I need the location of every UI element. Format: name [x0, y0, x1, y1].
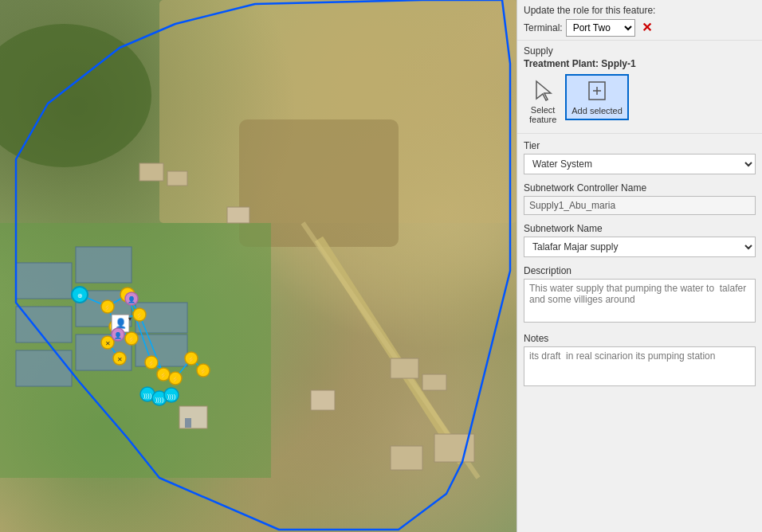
svg-rect-22	[227, 207, 249, 223]
tier-group: Tier Water SystemDistributionTransmissio…	[524, 140, 756, 174]
terminal-label: Terminal:	[524, 22, 563, 33]
svg-text:)))): ))))	[155, 396, 164, 403]
update-role-text: Update the role for this feature:	[524, 5, 756, 16]
svg-rect-21	[167, 171, 187, 186]
form-area: Tier Water SystemDistributionTransmissio…	[517, 134, 762, 532]
svg-text:👤: 👤	[128, 295, 136, 303]
svg-rect-9	[16, 350, 72, 386]
subnetwork-controller-input[interactable]	[524, 196, 756, 215]
subnetwork-controller-group: Subnetwork Controller Name	[524, 182, 756, 215]
svg-text:▾: ▾	[128, 315, 132, 323]
map-overlay: ⊕ ⚡ ⚡ ⚡ ⚡ ⚡ ✕ ✕ ⚡ ⚡ ⚡ )))) )))) )))) ⚡ ⚡	[0, 0, 517, 532]
svg-text:✕: ✕	[105, 340, 111, 347]
select-feature-icon	[530, 78, 556, 104]
tier-label: Tier	[524, 140, 756, 151]
notes-label: Notes	[524, 333, 756, 344]
svg-text:👤: 👤	[115, 317, 127, 329]
supply-label: Supply	[524, 45, 756, 57]
svg-text:👤: 👤	[114, 331, 122, 339]
svg-rect-19	[311, 390, 335, 410]
notes-textarea[interactable]	[524, 346, 756, 386]
feature-section: Supply Treatment Plant: Spply-1 Selectfe…	[517, 41, 762, 134]
close-button[interactable]: ✕	[638, 22, 655, 34]
add-selected-icon	[584, 79, 610, 104]
subnetwork-name-select[interactable]: Talafar Majar supplyOther supply	[524, 237, 756, 257]
svg-text:⚡: ⚡	[104, 303, 112, 311]
svg-rect-20	[139, 163, 163, 181]
notes-group: Notes	[524, 333, 756, 389]
terminal-dropdown[interactable]: Port One Port Two Port Three	[566, 19, 635, 37]
description-textarea[interactable]	[524, 279, 756, 323]
svg-rect-5	[16, 263, 72, 299]
svg-text:)))): ))))	[167, 393, 176, 400]
svg-text:⊕: ⊕	[77, 292, 83, 299]
subnetwork-name-label: Subnetwork Name	[524, 223, 756, 234]
feature-buttons: Selectfeature Add selected	[524, 74, 756, 128]
svg-marker-80	[536, 81, 551, 100]
description-group: Description	[524, 265, 756, 325]
add-selected-button[interactable]: Add selected	[565, 74, 629, 120]
treatment-plant-label: Treatment Plant: Spply-1	[524, 58, 756, 69]
svg-text:⚡: ⚡	[187, 355, 195, 363]
svg-rect-78	[179, 406, 207, 428]
svg-text:⚡: ⚡	[128, 335, 136, 343]
svg-text:⚡: ⚡	[171, 375, 179, 383]
svg-text:)))): ))))	[143, 392, 152, 399]
subnetwork-controller-label: Subnetwork Controller Name	[524, 182, 756, 194]
svg-text:⚡: ⚡	[199, 367, 207, 375]
svg-rect-6	[76, 247, 132, 283]
svg-text:✕: ✕	[117, 356, 123, 363]
add-selected-label: Add selected	[572, 106, 623, 115]
tier-select[interactable]: Water SystemDistributionTransmission	[524, 154, 756, 174]
subnetwork-name-group: Subnetwork Name Talafar Majar supplyOthe…	[524, 223, 756, 257]
terminal-bar: Update the role for this feature: Termin…	[517, 0, 762, 41]
svg-text:⚡: ⚡	[147, 359, 155, 367]
side-panel: Update the role for this feature: Termin…	[517, 0, 762, 532]
select-feature-button[interactable]: Selectfeature	[524, 74, 562, 128]
svg-rect-17	[391, 446, 422, 470]
svg-text:⚡: ⚡	[159, 371, 167, 379]
select-feature-label: Selectfeature	[529, 105, 556, 124]
svg-rect-79	[185, 418, 191, 428]
svg-text:⚡: ⚡	[136, 311, 143, 319]
map-container[interactable]: ⊕ ⚡ ⚡ ⚡ ⚡ ⚡ ✕ ✕ ⚡ ⚡ ⚡ )))) )))) )))) ⚡ ⚡	[0, 0, 517, 532]
description-label: Description	[524, 265, 756, 276]
svg-rect-15	[391, 358, 418, 378]
svg-rect-16	[422, 374, 446, 390]
